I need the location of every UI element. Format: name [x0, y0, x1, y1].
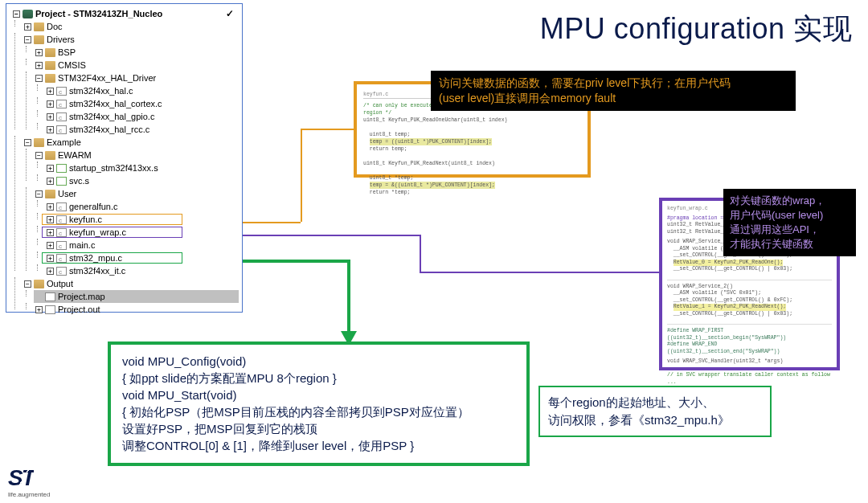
output-file-icon — [45, 292, 55, 301]
c-file-icon — [56, 100, 67, 108]
slide-title: MPU configuration 实现 — [540, 10, 852, 49]
tree-folder-doc[interactable]: +Doc — [23, 20, 239, 33]
connector-green — [347, 260, 350, 333]
expand-icon[interactable]: + — [24, 23, 31, 31]
tree-file[interactable]: +stm32f4xx_it.c — [45, 264, 239, 277]
collapse-icon[interactable]: − — [13, 10, 20, 18]
expand-icon[interactable]: + — [47, 88, 54, 95]
project-icon — [23, 10, 33, 18]
connector-purple — [420, 235, 421, 272]
tree-folder-output[interactable]: −Output — [23, 277, 239, 290]
c-file-icon — [56, 228, 67, 237]
tree-label: Project - STM32413ZH_Nucleo — [35, 7, 162, 20]
tree-file-project-map[interactable]: Project.map — [34, 290, 239, 303]
collapse-icon[interactable]: − — [24, 139, 31, 146]
folder-icon — [45, 151, 55, 160]
folder-icon — [34, 22, 44, 31]
tree-folder-drivers[interactable]: −Drivers — [23, 33, 239, 46]
expand-icon[interactable]: + — [47, 113, 54, 121]
c-file-icon — [56, 267, 67, 276]
expand-icon[interactable]: + — [35, 306, 43, 313]
collapse-icon[interactable]: − — [24, 280, 31, 288]
annotation-orange: 访问关键数据的函数，需要在priv level下执行；在用户代码 (user l… — [431, 71, 796, 111]
c-file-icon — [56, 254, 67, 263]
tree-file-project-out[interactable]: +Project.out — [34, 303, 239, 316]
c-file-icon — [56, 125, 67, 134]
expand-icon[interactable]: + — [47, 268, 54, 275]
connector-purple — [243, 235, 420, 236]
code-snippet-mpu-config: void MPU_Config(void) { 如ppt slide的方案配置M… — [108, 341, 530, 466]
collapse-icon[interactable]: − — [35, 190, 43, 198]
tree-file-keyfun[interactable]: +keyfun.c — [45, 213, 239, 226]
tree-folder-user[interactable]: −User — [34, 187, 239, 200]
connector-orange — [243, 222, 301, 223]
c-file-icon — [56, 87, 67, 96]
expand-icon[interactable]: + — [47, 255, 54, 262]
expand-icon[interactable]: + — [47, 165, 54, 172]
tree-file[interactable]: +startup_stm32f413xx.s — [45, 162, 239, 174]
st-logo-tag: life.augmented — [8, 491, 50, 498]
annotation-green: 每个region的起始地址、大小、 访问权限，参看《stm32_mpu.h》 — [538, 386, 772, 437]
st-logo-mark: ST — [8, 465, 34, 491]
connector-orange — [301, 129, 354, 130]
tree-root[interactable]: − Project - STM32413ZH_Nucleo ✓ — [11, 7, 239, 20]
connector-green — [243, 260, 349, 263]
expand-icon[interactable]: + — [47, 242, 54, 249]
folder-icon — [45, 190, 55, 198]
annotation-purple: 对关键函数的wrap， 用户代码(user level) 通过调用这些API， … — [723, 189, 856, 256]
c-file-icon — [56, 112, 67, 121]
expand-icon[interactable]: + — [47, 229, 54, 236]
tree-file[interactable]: +svc.s — [45, 174, 239, 187]
tree-folder-ewarm[interactable]: −EWARM — [34, 149, 239, 162]
expand-icon[interactable]: + — [35, 49, 43, 56]
project-tree[interactable]: − Project - STM32413ZH_Nucleo ✓ +Doc −Dr… — [11, 7, 239, 316]
connector-purple — [420, 272, 661, 273]
asm-file-icon — [56, 164, 67, 173]
collapse-icon[interactable]: − — [35, 75, 43, 82]
expand-icon[interactable]: + — [47, 126, 54, 133]
collapse-icon[interactable]: − — [24, 36, 31, 43]
tree-file[interactable]: +stm32f4xx_hal_gpio.c — [45, 110, 239, 123]
asm-file-icon — [56, 177, 67, 186]
project-tree-panel: − Project - STM32413ZH_Nucleo ✓ +Doc −Dr… — [6, 3, 243, 313]
expand-icon[interactable]: + — [47, 178, 54, 185]
collapse-icon[interactable]: − — [35, 152, 43, 159]
tree-file-keyfun-wrap[interactable]: +keyfun_wrap.c — [45, 226, 239, 239]
expand-icon[interactable]: + — [35, 62, 43, 69]
tree-folder-cmsis[interactable]: +CMSIS — [34, 59, 239, 72]
tree-file[interactable]: +main.c — [45, 239, 239, 251]
folder-icon — [34, 35, 44, 44]
tree-folder-example[interactable]: −Example — [23, 136, 239, 149]
check-icon: ✓ — [226, 7, 237, 20]
folder-icon — [34, 280, 44, 288]
c-file-icon — [56, 215, 67, 224]
c-file-icon — [56, 241, 67, 250]
tree-folder-hal[interactable]: −STM32F4xx_HAL_Driver — [34, 72, 239, 84]
c-file-icon — [56, 202, 67, 211]
tree-file[interactable]: +stm32f4xx_hal_cortex.c — [45, 97, 239, 110]
output-file-icon — [45, 305, 55, 314]
expand-icon[interactable]: + — [47, 203, 54, 211]
tree-file[interactable]: +stm32f4xx_hal.c — [45, 84, 239, 97]
folder-icon — [34, 138, 44, 147]
expand-icon[interactable]: + — [47, 216, 54, 223]
connector-orange — [301, 129, 302, 222]
folder-icon — [45, 48, 55, 57]
tree-file-stm32-mpu[interactable]: +stm32_mpu.c — [45, 251, 239, 264]
folder-icon — [45, 74, 55, 83]
expand-icon[interactable]: + — [47, 100, 54, 108]
tree-folder-bsp[interactable]: +BSP — [34, 46, 239, 59]
tree-file[interactable]: +generalfun.c — [45, 200, 239, 213]
tree-file[interactable]: +stm32f4xx_hal_rcc.c — [45, 123, 239, 136]
folder-icon — [45, 61, 55, 70]
st-logo: ST life.augmented — [8, 465, 64, 498]
